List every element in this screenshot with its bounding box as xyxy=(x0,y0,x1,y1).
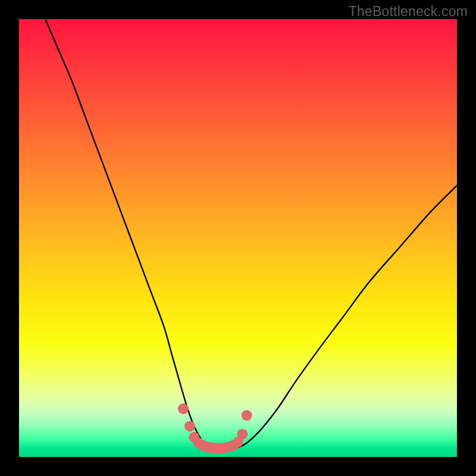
curve-layer xyxy=(19,19,457,457)
watermark-text: TheBottleneck.com xyxy=(349,4,468,20)
highlight-dot xyxy=(178,403,189,414)
plot-area xyxy=(19,19,457,457)
highlight-dot xyxy=(242,410,252,421)
highlight-dot xyxy=(237,429,248,440)
chart-frame: TheBottleneck.com xyxy=(0,0,476,476)
bottleneck-curve xyxy=(45,19,457,448)
highlight-dot xyxy=(184,421,195,431)
